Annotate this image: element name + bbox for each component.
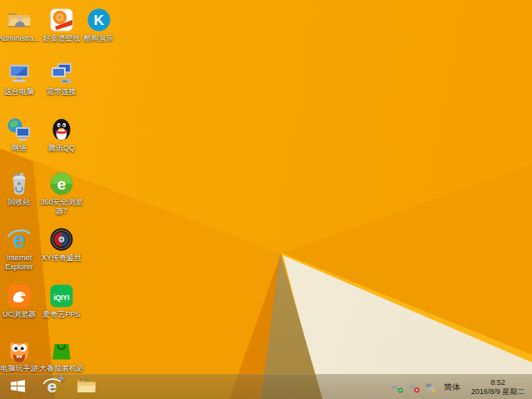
- icon-label: 网络: [12, 144, 27, 153]
- icon-label: 好桌道壁纸: [43, 34, 81, 43]
- network-warning-icon[interactable]: [425, 382, 436, 393]
- icon-label: Internet Explorer: [0, 254, 42, 272]
- computer-icon: [6, 60, 32, 86]
- desktop-icon-xy-legend-game[interactable]: XY传奇盛世: [39, 226, 84, 263]
- desktop-icon-internet-explorer[interactable]: e Internet Explorer: [0, 226, 42, 272]
- start-button[interactable]: [7, 375, 27, 399]
- icon-label: 宽带连接: [47, 87, 76, 96]
- internet-explorer-icon: e: [42, 376, 62, 399]
- clock-date: 2016/8/9 星期二: [468, 387, 528, 397]
- 360-browser-icon: e: [48, 170, 75, 197]
- desktop-icon-uc-browser[interactable]: UC浏览器: [0, 283, 42, 319]
- icon-label: 360安全浏览器7: [39, 198, 84, 216]
- ime-language-indicator[interactable]: 简体: [441, 382, 463, 393]
- icon-label: 回收站: [8, 198, 31, 207]
- icon-label: XY传奇盛世: [42, 254, 81, 263]
- icon-label: 这台电脑: [4, 87, 34, 96]
- icon-label: 酷狗音乐: [84, 34, 114, 43]
- user-folder-icon: [6, 7, 32, 33]
- icon-label: 腾讯QQ: [48, 144, 75, 153]
- clock[interactable]: 8:52 2016/8/9 星期二: [468, 378, 528, 396]
- desktop-icon-tencent-qq[interactable]: 腾讯QQ: [39, 116, 84, 153]
- wallpaper-app-icon: [48, 7, 75, 33]
- clock-time: 8:52: [468, 378, 528, 387]
- kugou-letter: K: [94, 12, 105, 28]
- icon-label: Administra...: [0, 34, 40, 43]
- recycle-bin-icon: [6, 170, 32, 197]
- shopping-bag-icon: [48, 337, 75, 363]
- 360-letter: e: [57, 175, 66, 193]
- kugou-music-icon: K: [86, 7, 112, 33]
- broadband-connection-icon: [48, 60, 75, 86]
- iqiyi-icon: iQIYI: [48, 283, 75, 309]
- desktop-icon-iqiyi-pps[interactable]: iQIYI 爱奇艺PPS: [39, 283, 84, 319]
- qq-penguin-icon: [48, 116, 75, 143]
- desktop-icon-broadband-connection[interactable]: 宽带连接: [39, 60, 84, 96]
- system-tray: 简体 8:52 2016/8/9 星期二: [392, 378, 532, 396]
- network-globe-icon: [6, 116, 32, 143]
- usb-safely-remove-icon[interactable]: [392, 382, 403, 393]
- internet-explorer-icon: e: [6, 226, 32, 253]
- xy-game-icon: [48, 226, 75, 253]
- file-explorer-folder-icon: [76, 377, 96, 397]
- desktop-icon-this-pc[interactable]: 这台电脑: [0, 60, 42, 96]
- iqiyi-wordmark: iQIYI: [53, 293, 69, 302]
- desktop-icon-kugou-music[interactable]: K 酷狗音乐: [76, 7, 121, 43]
- icon-label: UC浏览器: [2, 310, 36, 319]
- monster-face-icon: [6, 337, 32, 363]
- desktop-icon-network[interactable]: 网络: [0, 116, 42, 153]
- taskbar-file-explorer-button[interactable]: [74, 375, 99, 399]
- windows-logo-icon: [10, 379, 26, 396]
- volume-muted-icon[interactable]: [408, 382, 420, 393]
- icon-label: 爱奇艺PPS: [42, 310, 80, 319]
- desktop-icon-360-browser[interactable]: e 360安全浏览器7: [39, 170, 84, 216]
- icon-label: 电脑玩手游: [1, 364, 38, 373]
- taskbar-internet-explorer-button[interactable]: e: [39, 375, 64, 399]
- desktop-icon-pc-mobile-games[interactable]: 电脑玩手游: [0, 337, 42, 373]
- desktop-icon-recycle-bin[interactable]: 回收站: [0, 170, 42, 207]
- desktop-icon-administrator-folder[interactable]: Administra...: [0, 7, 42, 43]
- uc-browser-icon: [6, 283, 32, 309]
- desktop-screen: Administra... 好桌道壁纸 K 酷狗音乐 这台电脑 宽带连接 网络: [0, 0, 532, 399]
- taskbar: e 简体 8:52 2016/8/9 星期二: [0, 374, 532, 399]
